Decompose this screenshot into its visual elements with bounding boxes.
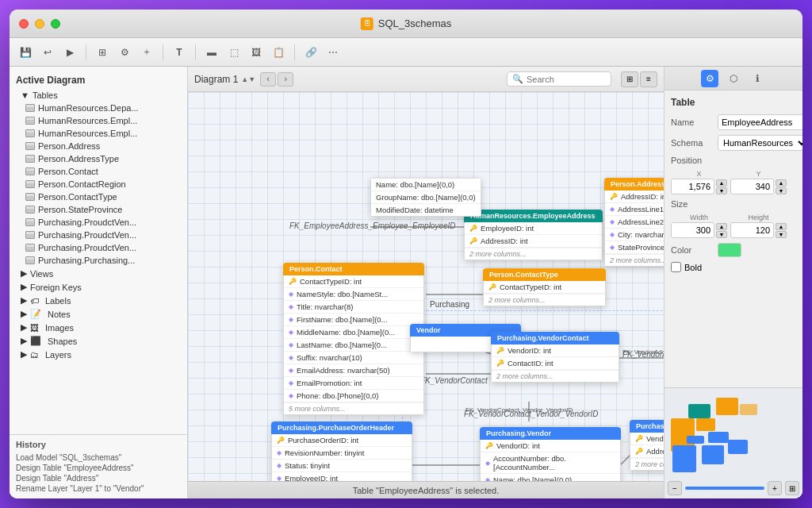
- sql-tab[interactable]: ⬡: [725, 70, 742, 87]
- sidebar-item-hr-empl1[interactable]: HumanResources.Empl...: [10, 114, 187, 127]
- sidebar-item-tables[interactable]: ▼ Tables: [10, 89, 187, 102]
- y-down-btn[interactable]: ▼: [776, 187, 787, 194]
- table-button[interactable]: ⊞: [93, 43, 112, 62]
- table-body-vendor-address: 🔑 VendorID: int 🔑 AddressID: int 2 more …: [630, 433, 664, 471]
- sidebar-item-purchasing-ven2[interactable]: Purchasing.ProudctVen...: [10, 229, 187, 241]
- sidebar-item-label: Purchasing.ProudctVen...: [38, 217, 136, 227]
- history-item-1[interactable]: Load Model "SQL_3schemas": [16, 452, 181, 463]
- color-row: Color: [671, 243, 796, 257]
- shape-button[interactable]: ▬: [202, 43, 221, 62]
- sidebar-item-person-contact[interactable]: Person.Contact: [10, 165, 187, 178]
- zoom-out-btn[interactable]: −: [668, 481, 682, 495]
- table-row: ◆ LastName: dbo.[Name](0...: [284, 339, 423, 352]
- table-vendor-address[interactable]: Purchasing.VendorAddress 🔑 VendorID: int…: [630, 420, 664, 471]
- sidebar-item-purchasing-purch[interactable]: Purchasing.Purchasing...: [10, 254, 187, 267]
- height-up-btn[interactable]: ▲: [776, 223, 787, 230]
- sidebar-item-labels[interactable]: ▶ 🏷 Labels: [10, 294, 187, 307]
- table-purchase-order-header[interactable]: Purchasing.PurchaseOrderHeader 🔑 Purchas…: [271, 421, 412, 481]
- grid-view-btn[interactable]: ⊞: [621, 71, 638, 87]
- height-stepper[interactable]: ▲ ▼: [776, 222, 787, 238]
- properties-tab[interactable]: ⚙: [701, 70, 718, 87]
- list-view-btn[interactable]: ≡: [640, 71, 657, 87]
- history-item-3[interactable]: Design Table "Address": [16, 473, 181, 483]
- sidebar-item-foreign-keys[interactable]: ▶ Foreign Keys: [10, 280, 187, 294]
- settings-button[interactable]: ⚙: [115, 43, 134, 62]
- table-vendor-contact[interactable]: Purchasing.VendorContact 🔑 VendorID: int…: [491, 332, 619, 383]
- active-diagram-header[interactable]: Active Diagram: [10, 71, 187, 89]
- x-input[interactable]: [671, 179, 714, 194]
- table-partial-top[interactable]: Name: dbo.[Name](0,0) GroupName: dbo.[Na…: [370, 178, 481, 217]
- table-row: ◆ Status: tinyint: [272, 460, 412, 472]
- canvas[interactable]: FK_VendorAddress_Address_AddressID FK_Ve…: [188, 92, 664, 481]
- table-row: Name: dbo.[Name](0,0): [371, 179, 481, 191]
- y-input[interactable]: [730, 179, 774, 194]
- history-item-2[interactable]: Design Table "EmployeeAddress": [16, 463, 181, 473]
- zoom-slider[interactable]: [685, 487, 764, 490]
- sidebar-item-purchasing-ven3[interactable]: Purchasing.ProudctVen...: [10, 241, 187, 254]
- table-person-contact[interactable]: Person.Contact 🔑 ContactTypeID: int ◆ Na…: [283, 263, 424, 415]
- table-person-contact-type[interactable]: Person.ContactType 🔑 ContactTypeID: int …: [483, 268, 606, 306]
- bold-row: Bold: [671, 262, 796, 272]
- save-button[interactable]: 💾: [16, 43, 35, 62]
- sidebar-item-layers[interactable]: ▶ 🗂 Layers: [10, 348, 187, 361]
- color-swatch[interactable]: [718, 243, 741, 257]
- sidebar-item-person-contactregion[interactable]: Person.ContactRegion: [10, 178, 187, 190]
- next-btn[interactable]: ›: [278, 72, 293, 87]
- sidebar-item-notes[interactable]: ▶ 📝 Notes: [10, 307, 187, 321]
- info-tab[interactable]: ℹ: [749, 70, 766, 87]
- height-label: Height: [748, 214, 768, 221]
- sidebar-item-person-address[interactable]: Person.Address: [10, 140, 187, 152]
- link-button[interactable]: 🔗: [301, 43, 320, 62]
- more-button[interactable]: ⋯: [324, 43, 343, 62]
- width-up-btn[interactable]: ▲: [716, 223, 727, 230]
- sidebar-item-person-addresstype[interactable]: Person.AddressType: [10, 152, 187, 165]
- play-button[interactable]: ▶: [60, 43, 79, 62]
- sidebar-item-hr-empl2[interactable]: HumanResources.Empl...: [10, 127, 187, 140]
- table-body-purchase-order-header: 🔑 PurchaseOrderID: int ◆ RevisionNumber:…: [271, 434, 412, 481]
- diamond-icon: ◆: [289, 291, 293, 298]
- diamond-icon: ◆: [289, 379, 293, 387]
- table-purchasing-vendor[interactable]: Purchasing.Vendor 🔑 VendorID: int ◆ Acco…: [480, 427, 621, 481]
- sidebar-item-hr-depa[interactable]: HumanResources.Depa...: [10, 102, 187, 114]
- image-button[interactable]: 🖼: [247, 43, 266, 62]
- width-down-btn[interactable]: ▼: [716, 231, 727, 238]
- sidebar-item-views[interactable]: ▶ Views: [10, 267, 187, 280]
- schema-row: Schema HumanResources: [671, 135, 796, 151]
- table-employee-address[interactable]: HumanResources.EmployeeAddress 🔑 Employe…: [464, 210, 603, 260]
- maximize-button[interactable]: [51, 19, 60, 29]
- prev-btn[interactable]: ‹: [260, 72, 276, 87]
- sidebar-item-shapes[interactable]: ▶ ⬛ Shapes: [10, 334, 187, 348]
- x-stepper[interactable]: ▲ ▼: [716, 179, 727, 194]
- schema-select[interactable]: HumanResources: [718, 135, 802, 151]
- table-person-address[interactable]: Person.Address 🔑 AddressID: int ◆ Addres…: [604, 178, 664, 267]
- search-input[interactable]: [527, 75, 606, 84]
- fit-btn[interactable]: ⊞: [785, 481, 799, 495]
- text-button[interactable]: T: [170, 43, 189, 62]
- x-coord-group: X ▲ ▼: [671, 170, 727, 194]
- minimize-button[interactable]: [35, 19, 44, 29]
- zoom-in-btn[interactable]: +: [768, 481, 782, 495]
- key-icon: 🔑: [610, 193, 618, 200]
- sidebar-item-person-contacttype[interactable]: Person.ContactType: [10, 190, 187, 203]
- width-input[interactable]: [671, 222, 714, 238]
- note-button[interactable]: 📋: [269, 43, 288, 62]
- width-label: Width: [690, 214, 708, 221]
- bold-checkbox[interactable]: [671, 262, 681, 272]
- history-item-4[interactable]: Rename Layer "Layer 1" to "Vendor": [16, 483, 181, 494]
- width-stepper[interactable]: ▲ ▼: [716, 222, 727, 238]
- x-up-btn[interactable]: ▲: [716, 179, 727, 187]
- sidebar: Active Diagram ▼ Tables HumanResources.D…: [10, 67, 188, 498]
- y-up-btn[interactable]: ▲: [776, 179, 787, 187]
- sidebar-item-purchasing-ven1[interactable]: Purchasing.ProudctVen...: [10, 216, 187, 229]
- height-down-btn[interactable]: ▼: [776, 231, 787, 238]
- y-stepper[interactable]: ▲ ▼: [776, 179, 787, 194]
- undo-button[interactable]: ↩: [38, 43, 57, 62]
- close-button[interactable]: [19, 19, 29, 29]
- sidebar-item-person-stateprovince[interactable]: Person.StateProvince: [10, 203, 187, 216]
- height-input[interactable]: [730, 222, 774, 238]
- name-input[interactable]: [718, 114, 802, 130]
- x-down-btn[interactable]: ▼: [716, 187, 727, 194]
- add-button[interactable]: ＋: [137, 43, 156, 62]
- sidebar-item-images[interactable]: ▶ 🖼 Images: [10, 321, 187, 334]
- cloud-button[interactable]: ⬚: [224, 43, 243, 62]
